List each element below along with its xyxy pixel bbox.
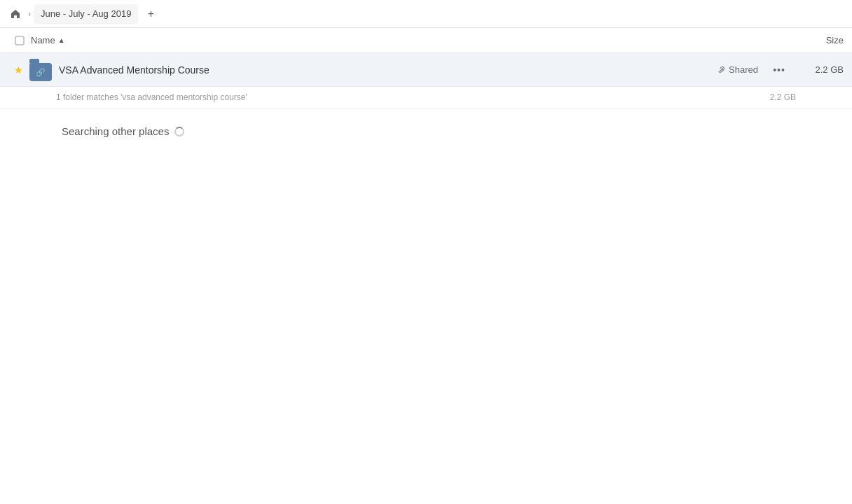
size-column-header[interactable]: Size	[788, 35, 844, 46]
name-column-header[interactable]: Name ▲	[31, 35, 788, 46]
folder-icon-container: 🔗	[28, 57, 53, 83]
shared-label: Shared	[729, 64, 758, 75]
searching-section: Searching other places	[0, 108, 852, 154]
svg-rect-0	[15, 36, 24, 45]
loading-spinner	[174, 127, 184, 136]
home-icon	[10, 8, 21, 20]
size-column-label: Size	[826, 35, 844, 46]
more-icon: •••	[773, 64, 785, 76]
breadcrumb-chevron: ›	[28, 9, 31, 19]
home-button[interactable]	[6, 4, 25, 24]
searching-label: Searching other places	[62, 125, 169, 137]
shared-badge: Shared	[716, 64, 758, 75]
file-list-row[interactable]: ★ 🔗 VSA Advanced Mentorship Course Share…	[0, 53, 852, 87]
star-icon: ★	[14, 64, 23, 76]
column-header-row: Name ▲ Size	[0, 28, 852, 53]
file-size: 2.2 GB	[795, 64, 844, 75]
select-all-checkbox[interactable]	[8, 36, 31, 46]
file-name: VSA Advanced Mentorship Course	[59, 64, 716, 76]
breadcrumb-bar: › June - July - Aug 2019 +	[0, 0, 852, 28]
name-column-label: Name	[31, 35, 55, 46]
new-tab-icon: +	[148, 8, 154, 20]
folder-body: 🔗	[29, 63, 52, 81]
folder-icon: 🔗	[29, 59, 52, 81]
folder-tab	[29, 59, 39, 63]
new-tab-button[interactable]: +	[141, 4, 160, 24]
sort-arrow-icon: ▲	[58, 36, 65, 44]
more-options-button[interactable]: •••	[769, 60, 789, 80]
breadcrumb-tab-label: June - July - Aug 2019	[41, 8, 131, 19]
checkbox-icon	[15, 36, 25, 46]
link-icon	[716, 65, 726, 75]
star-button[interactable]: ★	[8, 64, 28, 76]
match-info-text: 1 folder matches 'vsa advanced mentorshi…	[56, 92, 770, 102]
folder-link-icon: 🔗	[36, 67, 46, 76]
match-info-row: 1 folder matches 'vsa advanced mentorshi…	[0, 87, 852, 108]
match-info-size: 2.2 GB	[770, 92, 796, 102]
breadcrumb-tab[interactable]: June - July - Aug 2019	[34, 4, 138, 24]
